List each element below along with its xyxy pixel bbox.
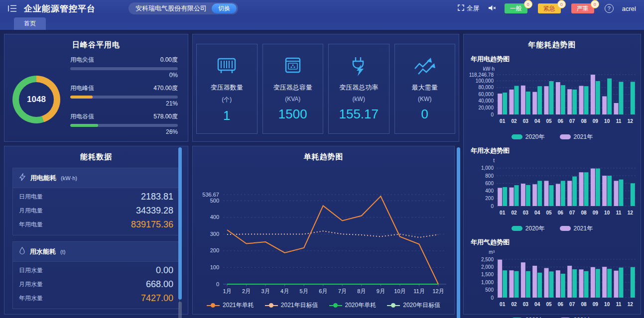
legend-label: 2021年目标值 — [281, 301, 318, 310]
row-value: 2183.81 — [141, 192, 173, 202]
legend-label: 2020年 — [525, 316, 545, 318]
row-value: 34339.28 — [136, 206, 173, 216]
water-trend-subtitle: 年用水趋势图 — [464, 141, 641, 155]
legend-swatch — [560, 134, 571, 139]
stat-value: 1 — [223, 108, 230, 123]
peak-valley-donut: 1048 — [12, 76, 60, 123]
legend-item[interactable]: 2021年单耗 — [207, 301, 254, 310]
legend-item[interactable]: 2020年单耗 — [329, 301, 377, 310]
row-label: 日用水量 — [19, 266, 43, 275]
energy-panel-scrollbar-thumb[interactable] — [178, 147, 182, 300]
bar — [544, 86, 548, 114]
svg-text:01: 01 — [500, 210, 506, 215]
dashboard-content: 日峰谷平用电 1048 用电尖值 0.00度 0% — [0, 30, 644, 318]
bar — [584, 271, 588, 298]
fullscreen-label: 全屏 — [467, 4, 480, 13]
svg-text:05: 05 — [546, 210, 552, 215]
legend-item[interactable]: 2020年 — [512, 316, 545, 318]
bar — [607, 176, 612, 206]
svg-text:06: 06 — [557, 302, 563, 307]
bar — [503, 187, 507, 206]
bar — [630, 82, 635, 114]
bar — [532, 184, 537, 206]
mute-button[interactable] — [488, 4, 496, 13]
transformer-icon — [213, 53, 241, 80]
switch-company-button[interactable]: 切换 — [212, 3, 237, 13]
legend-item[interactable]: 2021年 — [560, 224, 593, 233]
stat-label: 变压器总功率 — [339, 83, 378, 92]
bar — [630, 267, 635, 298]
unit-trend-chart: 536.6750040030020010001月2月3月4月5月6月7月8月9月… — [193, 169, 454, 301]
mid-panel-scrollbar-thumb[interactable] — [457, 147, 460, 318]
svg-text:1,000: 1,000 — [481, 165, 493, 171]
svg-text:11: 11 — [616, 118, 621, 124]
legend-item[interactable]: 2020年目标值 — [387, 301, 440, 310]
fullscreen-button[interactable]: 全屏 — [458, 4, 480, 13]
svg-text:02: 02 — [511, 210, 517, 215]
stat-unit: (KVA) — [285, 96, 300, 103]
svg-text:12: 12 — [627, 210, 633, 215]
svg-text:07: 07 — [569, 302, 575, 307]
row-value: 0.00 — [156, 265, 173, 276]
tab-home[interactable]: 首页 — [14, 17, 46, 30]
bar — [549, 185, 553, 206]
svg-text:2,500: 2,500 — [481, 257, 493, 262]
legend-item[interactable]: 2021年目标值 — [265, 301, 318, 310]
row-value: 7427.00 — [141, 293, 173, 304]
progress-fill — [70, 96, 93, 99]
alarm-severe-label: 严重 — [577, 4, 589, 13]
bar — [619, 82, 623, 114]
svg-text:1,000: 1,000 — [481, 280, 493, 285]
company-selector: 安科瑞电气股份有限公司 切换 — [129, 2, 238, 14]
legend-label: 2021年 — [574, 133, 593, 141]
svg-text:06: 06 — [557, 210, 563, 215]
progress-track — [70, 124, 178, 127]
legend-item[interactable]: 2021年 — [560, 133, 593, 141]
alarm-normal-button[interactable]: 一般 0 — [505, 3, 527, 13]
legend-marker — [329, 305, 342, 306]
menu-fold-icon[interactable] — [8, 5, 17, 12]
help-button[interactable]: ? — [605, 4, 614, 13]
speaker-mute-icon — [488, 4, 496, 13]
svg-text:12月: 12月 — [432, 288, 444, 294]
page-title: 企业能源管控平台 — [24, 3, 96, 14]
alarm-normal-count: 0 — [524, 0, 532, 8]
svg-text:02: 02 — [511, 118, 517, 124]
alarm-severe-button[interactable]: 严重 0 — [571, 3, 594, 13]
row-label: 年用水量 — [19, 294, 43, 303]
bar — [595, 81, 600, 114]
svg-text:0: 0 — [491, 295, 494, 301]
svg-text:2月: 2月 — [242, 288, 250, 294]
row-percent: 26% — [70, 128, 178, 135]
svg-text:7月: 7月 — [338, 288, 346, 294]
energy-data-title: 能耗数据 — [4, 146, 188, 162]
legend-swatch — [512, 134, 522, 139]
svg-text:0: 0 — [216, 281, 219, 287]
legend-item[interactable]: 2021年 — [560, 316, 593, 318]
stat-label: 变压器数量 — [211, 83, 243, 92]
peak-valley-panel: 日峰谷平用电 1048 用电尖值 0.00度 0% — [4, 34, 188, 142]
bar — [590, 169, 595, 206]
transformer-stats-panel: 变压器数量 (个) 1 变压器总容量 (KVA) 1500 — [192, 34, 459, 142]
row-value: 668.00 — [146, 279, 173, 290]
bar — [614, 103, 618, 114]
svg-text:kW·h: kW·h — [483, 66, 494, 72]
legend-item[interactable]: 2020年 — [512, 224, 545, 233]
legend-label: 2021年 — [574, 316, 593, 318]
bar — [555, 82, 560, 114]
legend-item[interactable]: 2020年 — [512, 133, 545, 141]
row-percent: 0% — [70, 72, 178, 79]
svg-text:12: 12 — [627, 118, 633, 124]
username[interactable]: acrel — [622, 5, 636, 12]
svg-text:200: 200 — [210, 247, 219, 253]
section-name: 用电能耗 — [30, 174, 56, 183]
svg-text:09: 09 — [592, 118, 598, 124]
svg-text:6月: 6月 — [319, 288, 327, 294]
alarm-urgent-button[interactable]: 紧急 0 — [538, 3, 561, 13]
bar — [619, 268, 623, 298]
header-actions: 全屏 一般 0 紧急 0 严重 0 ? acrel — [458, 3, 636, 13]
svg-text:08: 08 — [581, 210, 587, 215]
bar — [514, 271, 518, 298]
bar — [595, 269, 600, 298]
svg-text:11: 11 — [616, 210, 621, 215]
